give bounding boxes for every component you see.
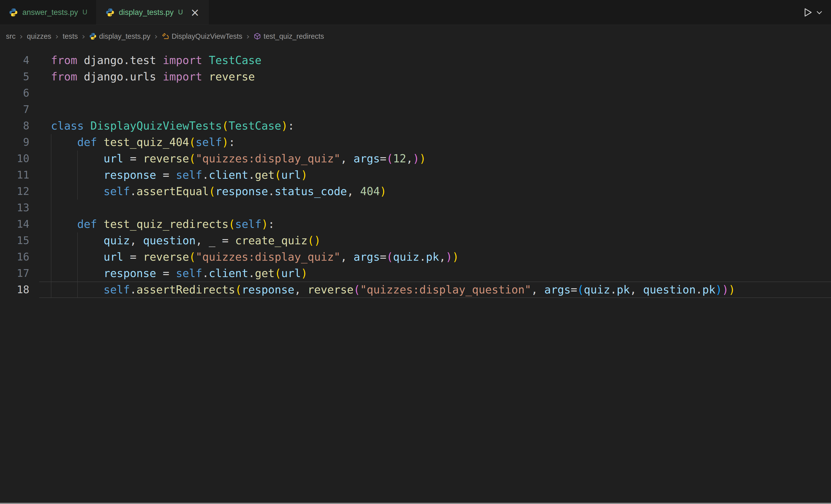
code-line-4[interactable]: 4from django.test import TestCase: [0, 52, 831, 68]
breadcrumb-label: quizzes: [27, 32, 51, 40]
breadcrumb-label: display_tests.py: [99, 32, 150, 40]
code-line-16[interactable]: 16 url = reverse("quizzes:display_quiz",…: [0, 249, 831, 265]
line-number[interactable]: 17: [0, 265, 29, 281]
breadcrumb-label: DisplayQuizViewTests: [172, 32, 242, 40]
line-number[interactable]: 15: [0, 232, 29, 249]
code-line-9[interactable]: 9 def test_quiz_404(self):: [0, 134, 831, 150]
breadcrumb: src › quizzes › tests › display_tests.py…: [0, 25, 831, 48]
breadcrumb-label: tests: [63, 32, 78, 40]
git-untracked-badge: U: [82, 8, 87, 16]
symbol-class-icon: [162, 32, 169, 40]
line-number[interactable]: 8: [0, 118, 29, 134]
breadcrumb-item-tests[interactable]: tests: [63, 32, 78, 40]
code-line-6[interactable]: 6: [0, 85, 831, 101]
line-number[interactable]: 7: [0, 101, 29, 118]
code-line-15[interactable]: 15 quiz, question, _ = create_quiz(): [0, 232, 831, 249]
run-options-dropdown[interactable]: [815, 8, 824, 17]
code-lines: 3 4from django.test import TestCase5from…: [0, 48, 831, 298]
breadcrumb-separator: ›: [55, 31, 59, 41]
code-text[interactable]: url = reverse("quizzes:display_quiz", ar…: [29, 150, 426, 167]
breadcrumb-item-file[interactable]: display_tests.py: [89, 32, 150, 40]
code-line-10[interactable]: 10 url = reverse("quizzes:display_quiz",…: [0, 150, 831, 167]
code-line-partial: 3: [0, 48, 831, 52]
line-number[interactable]: 16: [0, 249, 29, 265]
code-text[interactable]: self.assertRedirects(response, reverse("…: [29, 281, 735, 298]
tab-bar: answer_tests.py U display_tests.py U ×: [0, 0, 831, 25]
bottom-edge: [0, 503, 831, 504]
line-number[interactable]: 13: [0, 200, 29, 216]
breadcrumb-separator: ›: [246, 31, 250, 41]
code-line-11[interactable]: 11 response = self.client.get(url): [0, 167, 831, 183]
breadcrumb-label: test_quiz_redirects: [263, 32, 324, 40]
chevron-down-icon: [815, 8, 824, 17]
code-text[interactable]: self.assertEqual(response.status_code, 4…: [29, 183, 386, 200]
symbol-method-icon: [254, 32, 261, 40]
code-line-14[interactable]: 14 def test_quiz_redirects(self):: [0, 216, 831, 232]
line-number[interactable]: 5: [0, 68, 29, 85]
code-text[interactable]: def test_quiz_404(self):: [29, 134, 235, 150]
breadcrumb-separator: ›: [81, 31, 86, 41]
code-text[interactable]: from django.test import TestCase: [29, 52, 261, 68]
breadcrumb-item-method[interactable]: test_quiz_redirects: [254, 32, 324, 40]
git-untracked-badge: U: [178, 8, 183, 16]
code-line-8[interactable]: 8class DisplayQuizViewTests(TestCase):: [0, 118, 831, 134]
breadcrumb-item-src[interactable]: src: [6, 32, 16, 40]
code-text[interactable]: quiz, question, _ = create_quiz(): [29, 232, 321, 249]
code-text[interactable]: class DisplayQuizViewTests(TestCase):: [29, 118, 294, 134]
run-python-file-button[interactable]: [802, 7, 813, 18]
python-icon: [106, 8, 114, 17]
tab-title: display_tests.py: [119, 8, 174, 17]
play-icon: [802, 7, 813, 18]
python-file-icon: [89, 32, 96, 40]
code-text[interactable]: def test_quiz_redirects(self):: [29, 216, 275, 232]
breadcrumb-separator: ›: [154, 31, 158, 41]
code-text[interactable]: response = self.client.get(url): [29, 265, 308, 281]
tab-display-tests[interactable]: display_tests.py U ×: [96, 0, 209, 25]
line-number[interactable]: 18: [0, 281, 29, 298]
tab-answer-tests[interactable]: answer_tests.py U: [0, 0, 96, 25]
code-text[interactable]: response = self.client.get(url): [29, 167, 308, 183]
code-line-17[interactable]: 17 response = self.client.get(url): [0, 265, 831, 281]
line-number[interactable]: 12: [0, 183, 29, 200]
code-line-12[interactable]: 12 self.assertEqual(response.status_code…: [0, 183, 831, 200]
line-number[interactable]: 11: [0, 167, 29, 183]
line-number[interactable]: 10: [0, 150, 29, 167]
code-editor[interactable]: 3 4from django.test import TestCase5from…: [0, 48, 831, 504]
code-line-7[interactable]: 7: [0, 101, 831, 118]
line-number[interactable]: 4: [0, 52, 29, 68]
line-number[interactable]: 14: [0, 216, 29, 232]
tab-title: answer_tests.py: [22, 8, 78, 17]
line-number[interactable]: 9: [0, 134, 29, 150]
code-text[interactable]: from django.urls import reverse: [29, 68, 255, 85]
code-text[interactable]: [29, 85, 51, 101]
code-line-5[interactable]: 5from django.urls import reverse: [0, 68, 831, 85]
line-number[interactable]: 6: [0, 85, 29, 101]
breadcrumb-item-quizzes[interactable]: quizzes: [27, 32, 51, 40]
breadcrumb-label: src: [6, 32, 16, 40]
code-text[interactable]: [29, 101, 51, 118]
breadcrumb-item-class[interactable]: DisplayQuizViewTests: [162, 32, 242, 40]
code-text[interactable]: url = reverse("quizzes:display_quiz", ar…: [29, 249, 459, 265]
breadcrumb-separator: ›: [19, 31, 24, 41]
editor-actions: [802, 0, 831, 25]
close-icon[interactable]: ×: [191, 7, 200, 18]
code-text[interactable]: [29, 200, 51, 216]
python-icon: [9, 8, 18, 17]
code-line-18[interactable]: 18 self.assertRedirects(response, revers…: [0, 281, 831, 298]
code-line-13[interactable]: 13: [0, 200, 831, 216]
